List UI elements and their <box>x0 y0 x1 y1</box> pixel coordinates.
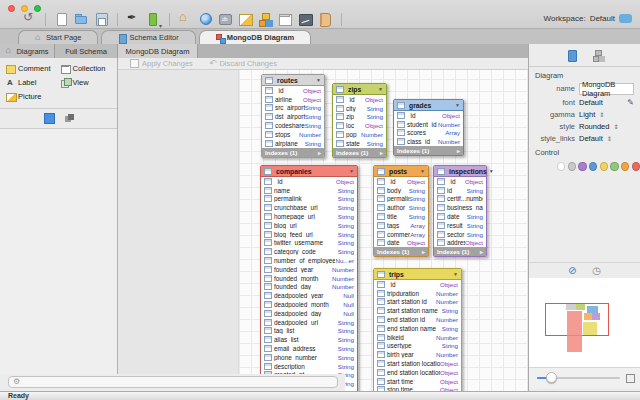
field-row[interactable]: twitter_usernameString <box>261 239 357 248</box>
field-row[interactable]: student_idNumber <box>394 120 463 129</box>
field-row[interactable]: end station idNumber <box>374 315 461 324</box>
entity-header[interactable]: inspections▼ <box>434 166 486 177</box>
field-row[interactable]: blog_feed_urlString <box>261 230 357 239</box>
field-row[interactable]: stopsNumber <box>262 130 324 139</box>
schema-properties-tab-icon[interactable] <box>593 49 603 61</box>
notebook-icon[interactable] <box>318 12 333 26</box>
chevron-down-icon[interactable]: ▼ <box>455 102 460 108</box>
field-row[interactable]: class_idNumber <box>394 137 463 146</box>
search-input[interactable]: ⚙ <box>8 376 338 388</box>
palette-color-6[interactable] <box>621 162 629 171</box>
window-icon[interactable] <box>278 12 293 26</box>
field-row[interactable]: zipString <box>333 113 386 122</box>
field-row[interactable]: _idObject <box>374 177 428 186</box>
entity-header[interactable]: companies▼ <box>261 166 357 177</box>
field-row[interactable]: deadpooled_urlString <box>261 318 357 327</box>
field-row[interactable]: _idObject <box>262 86 324 95</box>
stepper-icon[interactable]: ⇕ <box>613 123 618 130</box>
field-row[interactable]: number_of_employeesNu...er <box>261 256 357 265</box>
field-row[interactable]: certif...number <box>434 195 486 204</box>
home-icon[interactable] <box>178 12 193 26</box>
field-row[interactable]: descriptionString <box>261 362 357 371</box>
field-row[interactable]: birth yearNumber <box>374 350 461 359</box>
palette-color-3[interactable] <box>589 162 597 171</box>
tab-mongodb-diagram[interactable]: MongoDB Diagram <box>199 30 312 44</box>
stepper-icon[interactable]: ⇕ <box>599 111 604 118</box>
new-file-icon[interactable] <box>54 12 69 26</box>
field-row[interactable]: end station nameString <box>374 324 461 333</box>
zoom-window-button[interactable] <box>34 5 41 12</box>
tab-start-page[interactable]: Start Page <box>18 30 98 44</box>
indexes-footer[interactable]: Indexes (1)▸ <box>374 247 428 256</box>
document-properties-tab-icon[interactable] <box>567 49 577 61</box>
field-row[interactable]: resultString <box>434 221 486 230</box>
discard-changes-button[interactable]: ↶ Discard Changes <box>209 59 277 68</box>
palette-color-4[interactable] <box>600 162 608 171</box>
field-row[interactable]: founded_yearNumber <box>261 265 357 274</box>
field-row[interactable]: tag_listString <box>261 327 357 336</box>
chat-bubble-icon[interactable] <box>619 14 632 23</box>
field-row[interactable]: dateString <box>434 212 486 221</box>
entity-companies[interactable]: companies▼_idObjectnameStringpermalinkSt… <box>260 165 358 392</box>
stencil-picture[interactable]: Picture <box>6 92 61 101</box>
tab-diagram-editor[interactable]: MongoDB Diagram <box>118 44 198 58</box>
field-row[interactable]: end station locationObject <box>374 368 461 377</box>
gear-icon[interactable]: ⚙ <box>13 378 20 386</box>
field-row[interactable]: stateString <box>333 139 386 148</box>
field-row[interactable]: airlineObject <box>262 95 324 104</box>
save-icon[interactable] <box>94 12 109 26</box>
field-row[interactable]: bodyString <box>374 186 428 195</box>
chevron-down-icon[interactable]: ▼ <box>489 168 494 174</box>
palette-color-0[interactable] <box>557 162 565 171</box>
field-row[interactable]: blog_urlString <box>261 221 357 230</box>
chevron-down-icon[interactable]: ▼ <box>349 168 354 174</box>
palette-color-7[interactable] <box>632 162 640 171</box>
minimap[interactable] <box>529 278 640 368</box>
chevron-down-icon[interactable]: ▼ <box>453 271 458 277</box>
field-row[interactable]: titleString <box>374 212 428 221</box>
image-icon[interactable] <box>238 12 253 26</box>
field-row[interactable]: _idObject <box>394 111 463 120</box>
field-row[interactable]: _idObject <box>261 177 357 186</box>
entity-header[interactable]: routes▼ <box>262 75 324 86</box>
field-row[interactable]: phone_numberString <box>261 353 357 362</box>
edit-pencil-icon[interactable]: ✎ <box>627 98 634 107</box>
field-row[interactable]: commentsArray <box>374 230 428 239</box>
close-window-button[interactable] <box>8 5 15 12</box>
field-row[interactable]: business_name <box>434 203 486 212</box>
zoom-slider-knob[interactable] <box>546 372 557 383</box>
tab-schema-editor[interactable]: Schema Editor <box>101 30 195 44</box>
indexes-footer[interactable]: Indexes (1)▸ <box>333 148 386 157</box>
chevron-down-icon[interactable]: ▼ <box>420 168 425 174</box>
find-icon[interactable] <box>198 12 213 26</box>
entity-header[interactable]: grades▼ <box>394 100 463 111</box>
stepper-icon[interactable]: ⇕ <box>607 135 612 142</box>
entity-zips[interactable]: zips▼_idObjectcityStringzipStringlocObje… <box>332 83 387 158</box>
fill-tool-icon[interactable] <box>146 12 161 26</box>
name-input[interactable]: MongoDB Diagram <box>579 83 634 95</box>
field-row[interactable]: _idObject <box>434 177 486 186</box>
entity-inspections[interactable]: inspections▼_idObjectidStringcertif...nu… <box>433 165 487 257</box>
activity-icon[interactable] <box>298 12 313 26</box>
field-row[interactable]: dateObject <box>374 239 428 248</box>
hierarchy-icon[interactable] <box>258 12 273 26</box>
indexes-footer[interactable]: Indexes (1)▸ <box>262 148 324 157</box>
indexes-footer[interactable]: Indexes (1)▸ <box>394 146 463 155</box>
palette-color-5[interactable] <box>610 162 618 171</box>
database-icon[interactable] <box>218 12 233 26</box>
field-row[interactable]: category_codeString <box>261 247 357 256</box>
stencil-view[interactable]: View <box>61 78 116 87</box>
entity-header[interactable]: trips▼ <box>374 269 461 280</box>
clock-icon[interactable]: ◷ <box>592 266 601 276</box>
field-row[interactable]: bikeidNumber <box>374 333 461 342</box>
stencil-comment[interactable]: Comment <box>6 64 61 73</box>
stencil-collection[interactable]: Collection <box>61 64 116 73</box>
palette-color-2[interactable] <box>578 162 586 171</box>
gamma-value[interactable]: Light <box>579 110 595 119</box>
fit-to-screen-icon[interactable] <box>626 374 635 383</box>
field-row[interactable]: idString <box>434 186 486 195</box>
field-row[interactable]: codeshareString <box>262 121 324 130</box>
diagram-canvas[interactable]: routes▼_idObjectairlineObjectsrc_airport… <box>118 70 528 392</box>
entity-trips[interactable]: trips▼_idObjecttripdurationNumberstart s… <box>373 268 462 392</box>
font-value[interactable]: Default <box>579 98 603 107</box>
